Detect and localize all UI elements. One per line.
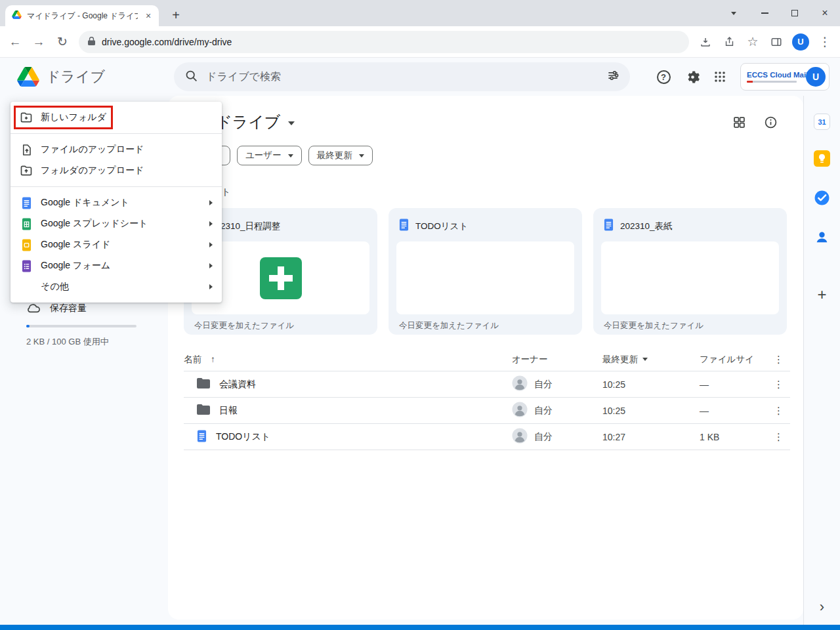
help-button[interactable]: ? [650, 64, 677, 90]
browser-menu-button[interactable]: ⋮ [814, 31, 836, 53]
bookmark-star-button[interactable]: ☆ [742, 31, 764, 53]
side-panel-icon [770, 36, 782, 48]
chevron-down-icon [642, 358, 648, 361]
forms-icon [20, 260, 33, 272]
tab-title: マイドライブ - Google ドライブ [27, 10, 138, 22]
apps-grid-button[interactable] [707, 64, 733, 90]
card-thumbnail [396, 242, 574, 314]
table-row[interactable]: TODOリスト 自分 10:27 1 KB ⋮ [184, 424, 790, 450]
sheets-thumbnail-icon [260, 257, 302, 299]
drive-header: ドライブ ? ECCS Cloud Mail [0, 58, 840, 96]
table-row[interactable]: 会議資料 自分 10:25 — ⋮ [184, 371, 790, 398]
taskbar-strip [0, 625, 840, 630]
account-avatar[interactable]: U [806, 67, 826, 87]
apps-grid-icon [714, 71, 726, 83]
file-name: TODOリスト [216, 431, 270, 443]
menu-item-more[interactable]: その他 [10, 276, 222, 297]
filter-chip-modified[interactable]: 最終更新 [308, 146, 373, 165]
tab-strip: マイドライブ - Google ドライブ × + × [0, 0, 840, 26]
menu-item-google-forms[interactable]: Google フォーム [10, 255, 222, 276]
storage-label: 保存容量 [50, 303, 87, 314]
info-icon [764, 116, 778, 129]
collapse-panel-button[interactable]: › [820, 598, 824, 616]
tab-close-button[interactable]: × [143, 10, 154, 21]
omnibox[interactable]: drive.google.com/drive/my-drive [79, 31, 689, 53]
browser-window: マイドライブ - Google ドライブ × + × ← → ↻ drive.g… [0, 0, 840, 630]
submenu-arrow-icon [209, 284, 213, 289]
docs-icon [604, 219, 614, 234]
folder-icon [197, 404, 210, 417]
menu-divider [10, 133, 222, 134]
file-size: 1 KB [700, 432, 772, 442]
docs-icon [399, 219, 409, 234]
info-button[interactable] [764, 116, 778, 132]
eccs-logo: ECCS Cloud Mail [747, 71, 801, 83]
account-badge[interactable]: ECCS Cloud Mail U [740, 63, 830, 91]
share-button[interactable] [718, 31, 740, 53]
docs-icon [197, 430, 207, 444]
window-close-button[interactable]: × [810, 0, 840, 26]
grid-view-button[interactable] [732, 116, 746, 132]
get-addons-button[interactable]: + [817, 285, 826, 304]
header-owner: オーナー [512, 354, 602, 366]
menu-item-label: 新しいフォルダ [41, 112, 213, 123]
card-footer: 今日変更を加えたファイル [184, 314, 377, 335]
row-menu-button[interactable]: ⋮ [772, 431, 790, 443]
menu-item-label: Google フォーム [41, 260, 201, 272]
calendar-button[interactable]: 31 [814, 114, 830, 130]
menu-item-file-upload[interactable]: ファイルのアップロード [10, 139, 222, 160]
owner-avatar-icon [512, 428, 528, 446]
back-button[interactable]: ← [4, 31, 26, 53]
owner-name: 自分 [534, 431, 553, 443]
chevron-down-icon [731, 12, 736, 15]
profile-avatar[interactable]: U [792, 33, 809, 51]
menu-item-new-folder[interactable]: 新しいフォルダ [10, 107, 222, 128]
submenu-arrow-icon [209, 263, 213, 268]
modified-time: 10:25 [602, 379, 700, 390]
suggestion-card[interactable]: 202310_表紙 今日変更を加えたファイル [593, 208, 787, 335]
install-button[interactable] [694, 31, 717, 53]
menu-item-google-slides[interactable]: Google スライド [10, 234, 222, 255]
storage-progressbar [26, 325, 136, 327]
drive-app-name: ドライブ [46, 67, 105, 87]
files-table: 名前 ↑ オーナー 最終更新 ファイルサイ ⋮ [184, 348, 790, 450]
tasks-button[interactable] [814, 190, 830, 209]
menu-item-google-docs[interactable]: Google ドキュメント [10, 192, 222, 213]
tasks-icon [814, 190, 830, 206]
row-menu-button[interactable]: ⋮ [772, 379, 790, 390]
suggestion-cards: 202310_日程調整 今日変更を加えたファイル TODOリスト [184, 208, 787, 335]
header-modified[interactable]: 最終更新 [602, 354, 700, 366]
new-tab-button[interactable]: + [167, 6, 185, 24]
reload-button[interactable]: ↻ [51, 31, 74, 53]
side-panel-button[interactable] [765, 31, 788, 53]
search-options-icon[interactable] [606, 69, 620, 85]
search-input[interactable] [206, 71, 598, 83]
forward-button[interactable]: → [28, 31, 50, 53]
menu-item-folder-upload[interactable]: フォルダのアップロード [10, 160, 222, 181]
header-name[interactable]: 名前 ↑ [184, 354, 512, 366]
window-controls: × [749, 0, 840, 26]
header-menu-button[interactable]: ⋮ [772, 354, 790, 366]
chip-label: ユーザー [245, 150, 282, 161]
minimize-button[interactable] [749, 0, 780, 26]
settings-button[interactable] [679, 64, 705, 90]
keep-button[interactable] [814, 150, 830, 169]
drive-search-bar[interactable] [174, 62, 630, 91]
file-name: 日報 [219, 405, 238, 417]
contacts-button[interactable] [814, 229, 830, 248]
eccs-logo-text: ECCS Cloud Mail [747, 71, 801, 79]
maximize-button[interactable] [780, 0, 810, 26]
modified-time: 10:27 [602, 432, 700, 442]
menu-item-google-sheets[interactable]: Google スプレッドシート [10, 213, 222, 234]
browser-tab[interactable]: マイドライブ - Google ドライブ × [5, 5, 159, 26]
storage-progress-fill [26, 325, 30, 327]
search-icon[interactable] [184, 69, 198, 85]
owner-name: 自分 [534, 405, 553, 417]
suggestion-card[interactable]: TODOリスト 今日変更を加えたファイル [388, 208, 582, 335]
table-row[interactable]: 日報 自分 10:25 — ⋮ [184, 398, 790, 424]
filter-chip-people[interactable]: ユーザー [237, 146, 302, 165]
menu-item-label: Google スライド [41, 239, 201, 251]
tab-search-button[interactable] [726, 5, 742, 21]
chevron-down-icon [288, 154, 293, 158]
row-menu-button[interactable]: ⋮ [772, 405, 790, 417]
